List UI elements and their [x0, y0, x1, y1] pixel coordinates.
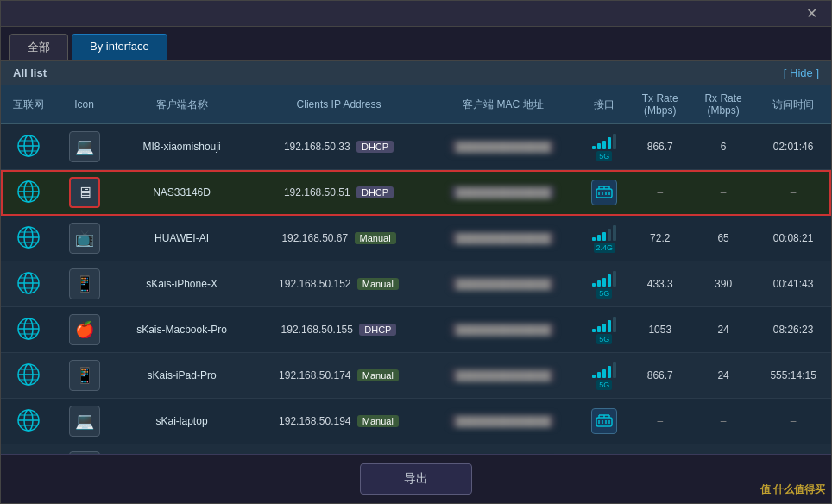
name-cell: NAS33146D	[112, 170, 252, 216]
rx-cell: 65	[691, 216, 755, 261]
ip-cell: 192.168.50.217 DHCP	[251, 444, 425, 455]
close-button[interactable]: ✕	[801, 3, 823, 23]
rx-cell: 24	[691, 353, 755, 399]
name-cell: sKais-iPhone-X	[112, 261, 252, 307]
port-cell: 5G	[580, 353, 628, 399]
tx-cell: 433.3	[629, 261, 691, 307]
port-cell: 5G	[580, 261, 628, 307]
icon-cell: 📱	[56, 353, 111, 399]
ip-cell: 192.168.50.194 Manual	[251, 399, 425, 444]
tx-cell: –	[629, 444, 691, 455]
export-button[interactable]: 导出	[360, 463, 472, 495]
time-cell: 00:08:21	[755, 216, 831, 261]
col-ip: Clients IP Address	[251, 85, 425, 124]
table-row[interactable]: 📺 HUAWEI-AI 192.168.50.67 Manual ███████…	[1, 216, 831, 261]
tx-cell: 866.7	[629, 124, 691, 170]
internet-cell	[1, 124, 56, 170]
mac-cell: ██████████████	[426, 261, 581, 307]
table-row[interactable]: 💻 MI8-xiaomishouji 192.168.50.33 DHCP ██…	[1, 124, 831, 170]
name-cell: sKais-Macbook-Pro	[112, 307, 252, 353]
table-container: 互联网 Icon 客户端名称 Clients IP Address 客户端 MA…	[1, 85, 831, 454]
port-cell	[580, 170, 628, 216]
icon-cell: 💻	[56, 399, 111, 444]
table-row[interactable]: 🍎 sKais-Macbook-Pro 192.168.50.155 DHCP …	[1, 307, 831, 353]
table-row[interactable]: 🖥 NAS33146D 192.168.50.51 DHCP █████████…	[1, 170, 831, 216]
table-header-row: 互联网 Icon 客户端名称 Clients IP Address 客户端 MA…	[1, 85, 831, 124]
icon-cell: 💻	[56, 124, 111, 170]
port-cell: 5G	[580, 124, 628, 170]
ip-cell: 192.168.50.51 DHCP	[251, 170, 425, 216]
watermark: 值 什么值得买	[760, 482, 825, 497]
content-area: All list [ Hide ] 互联网 Icon 客户端名称 Clients…	[1, 61, 831, 503]
mac-cell: ██████████████	[426, 353, 581, 399]
icon-cell: 🖥	[56, 444, 111, 455]
port-cell: 2.4G	[580, 216, 628, 261]
mac-cell: ██████████████	[426, 170, 581, 216]
name-cell: sKai-laptop	[112, 399, 252, 444]
tx-cell: 1053	[629, 307, 691, 353]
title-bar: ✕	[1, 1, 831, 27]
internet-cell	[1, 444, 56, 455]
internet-cell	[1, 399, 56, 444]
tx-cell: –	[629, 170, 691, 216]
rx-cell: –	[691, 399, 755, 444]
col-internet: 互联网	[1, 85, 56, 124]
main-window: ✕ 全部 By interface All list [ Hide ] 互联网 …	[0, 0, 832, 504]
mac-cell: ██████████████	[426, 399, 581, 444]
name-cell: MI8-xiaomishouji	[112, 124, 252, 170]
time-cell: –	[755, 170, 831, 216]
name-cell: HUAWEI-AI	[112, 216, 252, 261]
name-cell: DESKTOP-JIDLJKR	[112, 444, 252, 455]
internet-cell	[1, 170, 56, 216]
list-title: All list	[13, 66, 47, 79]
tab-all[interactable]: 全部	[9, 34, 68, 60]
tab-by-interface[interactable]: By interface	[72, 34, 167, 60]
tx-cell: –	[629, 399, 691, 444]
internet-cell	[1, 307, 56, 353]
port-cell: 5G	[580, 307, 628, 353]
internet-cell	[1, 216, 56, 261]
rx-cell: 390	[691, 261, 755, 307]
time-cell: 555:14:15	[755, 353, 831, 399]
port-cell	[580, 444, 628, 455]
tx-cell: 72.2	[629, 216, 691, 261]
col-time: 访问时间	[755, 85, 831, 124]
table-row[interactable]: 💻 sKai-laptop 192.168.50.194 Manual ████…	[1, 399, 831, 444]
icon-cell: 🖥	[56, 170, 111, 216]
footer: 导出	[1, 454, 831, 503]
col-mac: 客户端 MAC 地址	[426, 85, 581, 124]
col-icon: Icon	[56, 85, 111, 124]
table-row[interactable]: 📱 sKais-iPad-Pro 192.168.50.174 Manual █…	[1, 353, 831, 399]
col-name: 客户端名称	[112, 85, 252, 124]
col-port: 接口	[580, 85, 628, 124]
list-header: All list [ Hide ]	[1, 61, 831, 85]
rx-cell: 6	[691, 124, 755, 170]
mac-cell: ██████████████	[426, 444, 581, 455]
mac-cell: ██████████████	[426, 216, 581, 261]
ip-cell: 192.168.50.152 Manual	[251, 261, 425, 307]
table-row[interactable]: 📱 sKais-iPhone-X 192.168.50.152 Manual █…	[1, 261, 831, 307]
internet-cell	[1, 353, 56, 399]
rx-cell: –	[691, 444, 755, 455]
time-cell: 00:41:43	[755, 261, 831, 307]
table-row[interactable]: 🖥 DESKTOP-JIDLJKR 192.168.50.217 DHCP ██…	[1, 444, 831, 455]
internet-cell	[1, 261, 56, 307]
rx-cell: 24	[691, 307, 755, 353]
mac-cell: ██████████████	[426, 307, 581, 353]
time-cell: 08:26:23	[755, 307, 831, 353]
name-cell: sKais-iPad-Pro	[112, 353, 252, 399]
time-cell: 02:01:46	[755, 124, 831, 170]
col-rx: Rx Rate(Mbps)	[691, 85, 755, 124]
icon-cell: 🍎	[56, 307, 111, 353]
ip-cell: 192.168.50.67 Manual	[251, 216, 425, 261]
tx-cell: 866.7	[629, 353, 691, 399]
hide-link[interactable]: [ Hide ]	[784, 66, 819, 79]
tab-bar: 全部 By interface	[1, 27, 831, 61]
port-cell	[580, 399, 628, 444]
icon-cell: 📺	[56, 216, 111, 261]
rx-cell: –	[691, 170, 755, 216]
mac-cell: ██████████████	[426, 124, 581, 170]
icon-cell: 📱	[56, 261, 111, 307]
ip-cell: 192.168.50.174 Manual	[251, 353, 425, 399]
clients-table: 互联网 Icon 客户端名称 Clients IP Address 客户端 MA…	[1, 85, 831, 454]
